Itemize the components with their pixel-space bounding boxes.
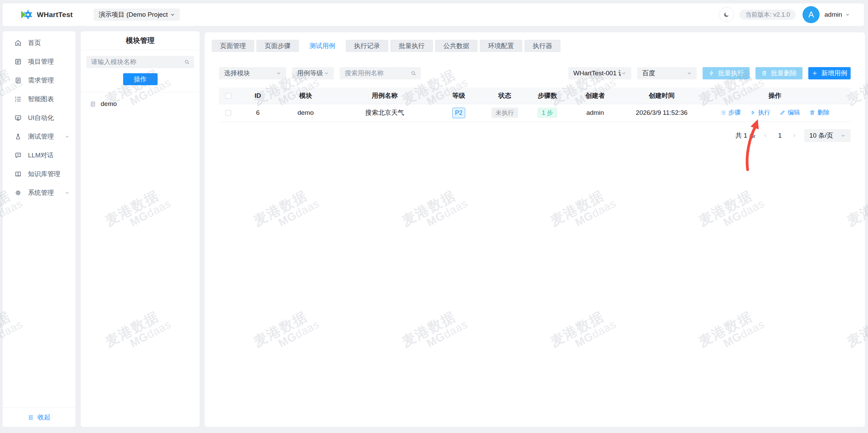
cell-name: 搜索北京天气: [333, 104, 437, 122]
level-badge: P2: [452, 108, 465, 118]
dark-mode-toggle[interactable]: [719, 7, 734, 22]
trash-icon: [809, 110, 815, 115]
sidebar-item-ui-automation[interactable]: UI自动化: [3, 108, 75, 127]
sidebar-item-label: 知识库管理: [28, 170, 70, 179]
tab-batch-execution[interactable]: 批量执行: [391, 40, 433, 52]
pagination-prev-button[interactable]: [762, 133, 768, 139]
pagination-current-page[interactable]: 1: [775, 132, 784, 139]
avatar[interactable]: A: [803, 6, 820, 23]
environment-select[interactable]: WHartTest-001 设: [568, 67, 631, 79]
module-action-button[interactable]: 操作: [123, 73, 158, 85]
sidebar-item-label: UI自动化: [28, 113, 70, 122]
document-icon: [90, 101, 96, 107]
app-header: WHartTest 演示项目 (Demo Project 当前版本: v2.1.…: [3, 3, 864, 26]
app-title: WHartTest: [37, 11, 73, 19]
module-panel: 模块管理 操作 demo: [81, 31, 200, 427]
column-header-actions: 操作: [699, 88, 851, 104]
page-size-value: 10 条/页: [809, 131, 840, 140]
module-filter-select[interactable]: 选择模块: [219, 67, 286, 79]
sidebar-item-system-management[interactable]: 系统管理: [3, 183, 75, 202]
module-panel-title: 模块管理: [81, 31, 200, 50]
chevron-down-icon: [686, 70, 692, 76]
user-menu[interactable]: admin: [824, 11, 850, 18]
chevron-down-icon: [64, 134, 70, 139]
tab-executor[interactable]: 执行器: [525, 40, 560, 52]
delete-action-link[interactable]: 删除: [809, 108, 830, 117]
pencil-icon: [780, 110, 785, 115]
cell-creator: admin: [566, 104, 624, 122]
batch-delete-label: 批量删除: [771, 69, 797, 78]
collapse-icon: [28, 414, 34, 421]
batch-delete-button[interactable]: 批量删除: [755, 67, 803, 79]
trash-icon: [761, 70, 767, 76]
column-header-creator: 创建者: [566, 88, 624, 104]
sidebar-item-label: 首页: [28, 38, 70, 47]
page-size-select[interactable]: 10 条/页: [804, 129, 851, 142]
sidebar-item-label: 测试管理: [28, 132, 64, 141]
sidebar-item-label: 项目管理: [28, 57, 70, 66]
app-logo-icon: [20, 9, 33, 21]
chevron-down-icon: [621, 70, 627, 76]
column-header-created: 创建时间: [624, 88, 699, 104]
module-tree-node-demo[interactable]: demo: [90, 100, 194, 108]
browser-select[interactable]: 百度: [637, 67, 697, 79]
sidebar: 首页 项目管理 需求管理 智能图表 UI自动化 测试管理 LLM对话: [3, 31, 75, 427]
chevron-left-icon: [762, 133, 768, 139]
tab-page-steps[interactable]: 页面步骤: [256, 40, 299, 52]
pagination-next-button[interactable]: [791, 133, 797, 139]
table-header-row: ID 模块 用例名称 等级 状态 步骤数 创建者 创建时间 操作: [219, 88, 851, 104]
column-header-steps: 步骤数: [529, 88, 566, 104]
cell-id: 6: [237, 104, 278, 122]
execute-action-link[interactable]: 执行: [750, 108, 770, 117]
column-header-level: 等级: [437, 88, 481, 104]
tab-page-management[interactable]: 页面管理: [212, 40, 254, 52]
chevron-down-icon: [845, 12, 850, 17]
play-icon: [750, 110, 756, 115]
project-select[interactable]: 演示项目 (Demo Project: [94, 9, 180, 21]
add-case-label: 新增用例: [821, 69, 847, 78]
case-search-input[interactable]: [345, 69, 410, 77]
sidebar-item-project-management[interactable]: 项目管理: [3, 52, 75, 71]
collapse-label: 收起: [38, 413, 50, 422]
cell-created: 2026/3/9 11:52:36: [624, 104, 699, 122]
document-icon: [14, 77, 22, 84]
chevron-down-icon: [840, 133, 846, 139]
project-icon: [14, 58, 22, 65]
sidebar-item-label: 智能图表: [28, 95, 70, 104]
module-search-input[interactable]: [91, 58, 184, 66]
lightning-icon: [708, 70, 715, 76]
delete-action-label: 删除: [818, 108, 830, 117]
sidebar-collapse-button[interactable]: 收起: [3, 407, 75, 427]
flask-icon: [14, 133, 22, 140]
sidebar-item-knowledge-base[interactable]: 知识库管理: [3, 165, 75, 183]
project-select-value: 演示项目 (Demo Project: [99, 10, 170, 19]
sidebar-item-llm-chat[interactable]: LLM对话: [3, 146, 75, 165]
tab-execution-records[interactable]: 执行记录: [346, 40, 388, 52]
search-icon: [184, 59, 190, 65]
add-case-button[interactable]: 新增用例: [808, 67, 851, 79]
sidebar-item-test-management[interactable]: 测试管理: [3, 127, 75, 146]
column-header-name: 用例名称: [333, 88, 437, 104]
tab-test-cases[interactable]: 测试用例: [301, 40, 343, 52]
batch-execute-button[interactable]: 批量执行: [703, 67, 750, 79]
edit-action-label: 编辑: [788, 108, 800, 117]
row-checkbox[interactable]: [225, 110, 231, 116]
list-icon: [720, 110, 726, 115]
tab-public-data[interactable]: 公共数据: [435, 40, 477, 52]
select-all-checkbox[interactable]: [225, 93, 231, 99]
gear-icon: [14, 189, 22, 197]
edit-action-link[interactable]: 编辑: [780, 108, 800, 117]
case-level-select[interactable]: 用例等级: [292, 67, 334, 79]
version-badge: 当前版本: v2.1.0: [739, 10, 796, 20]
sidebar-item-home[interactable]: 首页: [3, 33, 75, 52]
column-header-status: 状态: [481, 88, 529, 104]
sidebar-item-smart-charts[interactable]: 智能图表: [3, 90, 75, 108]
batch-execute-label: 批量执行: [718, 69, 744, 78]
tree-node-label: demo: [101, 100, 117, 108]
steps-action-link[interactable]: 步骤: [720, 108, 741, 117]
chevron-down-icon: [170, 12, 176, 18]
tab-environment-config[interactable]: 环境配置: [480, 40, 522, 52]
chevron-down-icon: [64, 190, 70, 196]
case-search-box: [340, 67, 421, 79]
sidebar-item-requirement-management[interactable]: 需求管理: [3, 71, 75, 90]
